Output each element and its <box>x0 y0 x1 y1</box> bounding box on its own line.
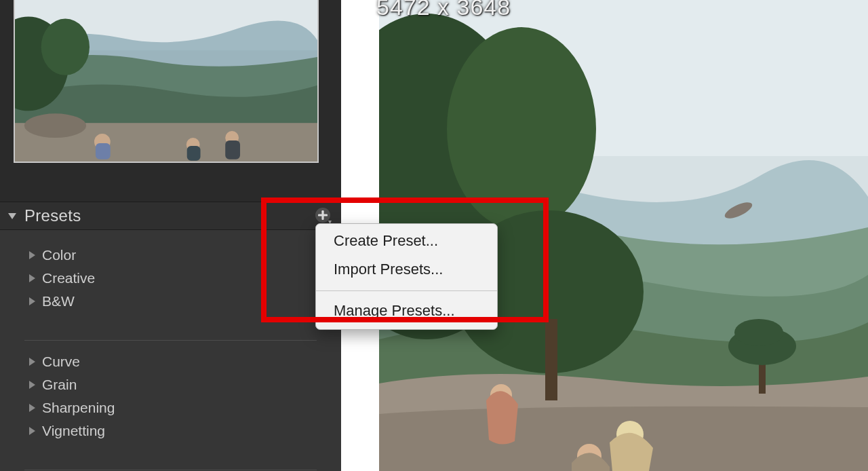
preset-folder-label: Creative <box>42 270 95 286</box>
chevron-right-icon <box>28 426 42 436</box>
preset-folder-label: B&W <box>42 293 75 309</box>
preset-folder-grain[interactable]: Grain <box>0 373 341 396</box>
add-preset-button[interactable] <box>314 206 333 225</box>
preset-folder-sharpening[interactable]: Sharpening <box>0 396 341 419</box>
presets-title: Presets <box>24 206 81 225</box>
divider <box>24 340 317 341</box>
svg-point-23 <box>734 319 783 346</box>
preset-folder-bw[interactable]: B&W <box>0 290 341 313</box>
svg-point-11 <box>41 19 90 75</box>
preset-popup-menu: Create Preset... Import Presets... Manag… <box>315 223 498 330</box>
chevron-right-icon <box>28 250 42 260</box>
presets-panel-body: Color Creative B&W Curve Grain <box>0 230 341 471</box>
preset-folder-color[interactable]: Color <box>0 244 341 267</box>
divider <box>24 470 317 470</box>
svg-rect-7 <box>187 146 201 161</box>
svg-point-18 <box>447 27 596 231</box>
svg-rect-14 <box>318 214 328 216</box>
preset-folder-label: Sharpening <box>42 400 115 416</box>
thumbnail-image <box>15 0 317 162</box>
chevron-right-icon <box>28 357 42 366</box>
preset-folder-curve[interactable]: Curve <box>0 350 341 373</box>
menu-item-label: Manage Presets... <box>334 302 455 320</box>
disclosure-triangle-down-icon <box>4 210 20 221</box>
left-panel: Presets Color Creative <box>0 0 341 471</box>
svg-rect-9 <box>225 140 240 159</box>
svg-rect-5 <box>96 143 111 159</box>
chevron-right-icon <box>28 274 42 283</box>
chevron-right-icon <box>28 297 42 306</box>
image-dimension-label: 5472 x 3648 <box>376 0 511 20</box>
navigator-thumbnail[interactable] <box>14 0 319 163</box>
preset-folder-creative[interactable]: Creative <box>0 267 341 290</box>
preset-folder-label: Grain <box>42 377 77 393</box>
preset-folder-vignetting[interactable]: Vignetting <box>0 419 341 442</box>
chevron-right-icon <box>28 380 42 390</box>
menu-separator <box>316 290 497 291</box>
preset-folder-label: Curve <box>42 354 80 370</box>
menu-import-presets[interactable]: Import Presets... <box>316 255 497 284</box>
svg-point-3 <box>24 113 86 138</box>
presets-section-header[interactable]: Presets <box>0 202 341 230</box>
menu-item-label: Import Presets... <box>334 261 443 278</box>
menu-create-preset[interactable]: Create Preset... <box>316 227 497 255</box>
menu-item-label: Create Preset... <box>334 232 438 250</box>
svg-rect-20 <box>545 319 557 400</box>
chevron-right-icon <box>28 403 42 413</box>
preset-folder-label: Color <box>42 247 76 263</box>
preset-folder-label: Vignetting <box>42 423 105 439</box>
menu-manage-presets[interactable]: Manage Presets... <box>316 297 497 325</box>
